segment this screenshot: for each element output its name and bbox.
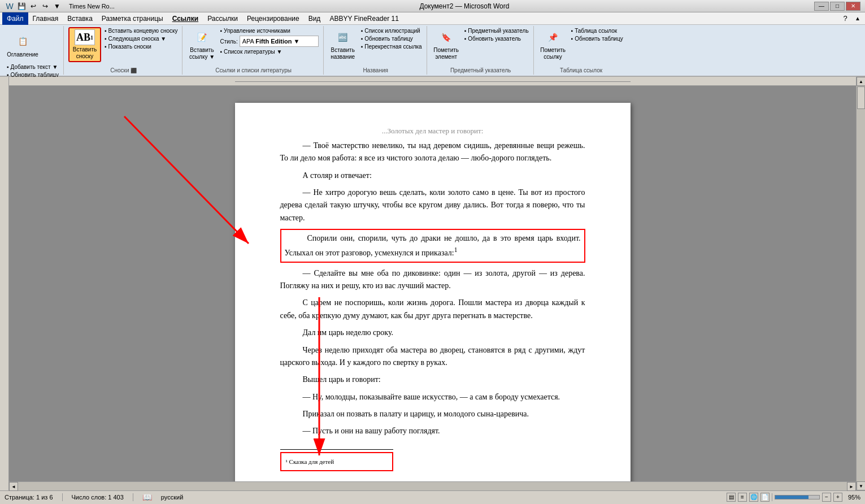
undo-button[interactable]: ↩ — [28, 1, 38, 11]
redo-button[interactable]: ↪ — [40, 1, 50, 11]
paragraph-11: — Пусть и они на вашу работу поглядят. — [280, 425, 585, 437]
ribbon-group-footnotes: АВ1 Вставитьсноску ▪ Вставить концевую с… — [65, 26, 182, 75]
manage-sources-button[interactable]: ▪ Управление источниками — [219, 27, 319, 34]
zoom-out-button[interactable]: − — [822, 493, 831, 502]
view-outline-button[interactable]: ≡ — [738, 493, 747, 502]
style-selector[interactable]: APA Fifth Edition ▼ — [240, 36, 319, 47]
quick-access-toolbar: W 💾 ↩ ↪ ▼ — [5, 1, 62, 11]
contents-label: Оглавление — [7, 51, 38, 58]
close-button[interactable]: ✕ — [846, 2, 860, 11]
menu-bar: Файл Главная Вставка Разметка страницы С… — [0, 12, 865, 25]
update-table2-icon: ▪ — [361, 36, 363, 42]
maximize-button[interactable]: □ — [830, 2, 845, 11]
next-footnote-button[interactable]: ▪ Следующая сноска ▼ — [103, 35, 179, 42]
view-web-button[interactable]: 🌐 — [749, 493, 758, 502]
insert-citation-button[interactable]: 📝 Вставитьссылку ▼ — [187, 27, 216, 62]
ribbon-content: 📋 Оглавление ▪ Добавить текст ▼ ▪ Обнови… — [0, 25, 865, 76]
cross-ref-icon: ▪ — [361, 44, 363, 50]
list-illus-icon: ▪ — [361, 28, 363, 34]
menu-insert[interactable]: Вставка — [63, 12, 97, 25]
menu-file[interactable]: Файл — [2, 12, 28, 25]
menu-page-layout[interactable]: Разметка страницы — [97, 12, 168, 25]
paragraph-3: — Не хитро дорогую вешь сделать, коли зо… — [280, 186, 585, 224]
index-small-group: ▪ Предметный указатель ▪ Обновить указат… — [463, 27, 530, 42]
vertical-ruler — [0, 77, 9, 490]
word-count: Число слов: 1 403 — [72, 494, 124, 501]
paragraph-0: ...Золотых дел мастер и говорит: — [280, 125, 585, 137]
insert-endnote-icon: ▪ — [105, 28, 107, 34]
status-bar: Страница: 1 из 6 Число слов: 1 403 📖 рус… — [0, 490, 865, 503]
paragraph-5: С царем не поспоришь, коли жизнь дорога.… — [280, 297, 585, 322]
menu-abbyy[interactable]: ABBYY FineReader 11 — [325, 12, 403, 25]
list-illustrations-button[interactable]: ▪ Список иллюстраций — [360, 27, 423, 34]
spell-check: 📖 — [142, 493, 152, 502]
horizontal-scrollbar[interactable]: ◄ ► — [9, 481, 856, 490]
insert-caption-button[interactable]: 🔤 Вставитьназвание — [328, 27, 358, 62]
ribbon-minimize-button[interactable]: ▲ — [853, 14, 863, 24]
menu-review[interactable]: Рецензирование — [242, 12, 304, 25]
paragraph-2: А столяр и отвечает: — [280, 170, 585, 182]
paragraph-10: Приказал он позвать в палату и царицу, и… — [280, 408, 585, 420]
view-normal-button[interactable]: ▤ — [727, 493, 736, 502]
spell-check-icon: 📖 — [142, 493, 152, 502]
ribbon-group-citations-table: 📌 Пометитьссылку ▪ Таблица ссылок ▪ Обно… — [535, 26, 628, 75]
zoom-in-button[interactable]: + — [833, 493, 842, 502]
ribbon-group-citations: 📝 Вставитьссылку ▼ ▪ Управление источник… — [184, 26, 323, 75]
group-label-footnotes: Сноски ⬛ — [68, 66, 179, 73]
page: ...Золотых дел мастер и говорит: — Твоё … — [235, 103, 631, 481]
ribbon-group-contents-items: 📋 Оглавление ▪ Добавить текст ▼ ▪ Обнови… — [6, 27, 60, 79]
ribbon-group-citations-table-items: 📌 Пометитьссылку ▪ Таблица ссылок ▪ Обно… — [538, 27, 624, 66]
mark-entry-label: Пометитьэлемент — [433, 47, 459, 60]
ribbon-group-contents: 📋 Оглавление ▪ Добавить текст ▼ ▪ Обнови… — [2, 26, 64, 75]
insert-endnote-button[interactable]: ▪ Вставить концевую сноску — [103, 27, 179, 34]
add-text-button[interactable]: ▪ Добавить текст ▼ — [6, 63, 60, 71]
paragraph-highlighted: Спорили они, спорили, чуть до драки не д… — [280, 229, 585, 262]
footnotes-small-group: ▪ Вставить концевую сноску ▪ Следующая с… — [103, 27, 179, 50]
update-index-button[interactable]: ▪ Обновить указатель — [463, 35, 530, 42]
style-dropdown-button[interactable]: Стиль: APA Fifth Edition ▼ — [219, 35, 319, 47]
save-button[interactable]: 💾 — [16, 1, 27, 11]
horizontal-ruler — [9, 77, 856, 86]
update-index-icon: ▪ — [464, 36, 467, 42]
contents-icon: 📋 — [14, 32, 32, 50]
window-title: Документ2 — Microsoft Word — [115, 2, 814, 10]
insert-citation-label: Вставитьссылку ▼ — [189, 47, 215, 60]
ribbon-group-index-items: 🔖 Пометитьэлемент ▪ Предметный указатель… — [432, 27, 530, 66]
view-reading-button[interactable]: 📄 — [760, 493, 770, 502]
contents-button[interactable]: 📋 Оглавление — [6, 27, 40, 62]
mark-entry-button[interactable]: 🔖 Пометитьэлемент — [432, 27, 461, 62]
customize-qat-button[interactable]: ▼ — [52, 1, 62, 11]
help-button[interactable]: ? — [840, 14, 850, 24]
document-text: ...Золотых дел мастер и говорит: — Твоё … — [280, 125, 585, 471]
mark-citation-button[interactable]: 📌 Пометитьссылку — [538, 27, 568, 62]
insert-footnote-button[interactable]: АВ1 Вставитьсноску — [68, 27, 101, 62]
vertical-scrollbar[interactable]: ▲ ▼ — [856, 77, 865, 490]
mark-citation-icon: 📌 — [544, 29, 562, 46]
cross-reference-button[interactable]: ▪ Перекрестная ссылка — [360, 43, 423, 50]
show-footnotes-button[interactable]: ▪ Показать сноски — [103, 43, 179, 50]
index-button[interactable]: ▪ Предметный указатель — [463, 27, 530, 34]
scroll-right-button[interactable]: ► — [847, 482, 856, 491]
zoom-bar — [775, 495, 820, 499]
scroll-left-button[interactable]: ◄ — [9, 482, 18, 491]
group-label-citations: Ссылки и списки литературы — [187, 66, 319, 73]
bibliography-button[interactable]: ▪ Список литературы ▼ — [219, 48, 319, 55]
update-citations-table-button[interactable]: ▪ Обновить таблицу — [570, 35, 624, 42]
zoom-controls: ▤ ≡ 🌐 📄 − + 95% — [727, 493, 860, 502]
scroll-thumb[interactable] — [857, 86, 865, 109]
menu-mailings[interactable]: Рассылки — [203, 12, 242, 25]
next-footnote-icon: ▪ — [105, 36, 107, 42]
menu-home[interactable]: Главная — [28, 12, 63, 25]
menu-view[interactable]: Вид — [304, 12, 325, 25]
scroll-up-button[interactable]: ▲ — [857, 77, 865, 86]
scroll-down-button[interactable]: ▼ — [857, 481, 865, 490]
update-table2-button[interactable]: ▪ Обновить таблицу — [360, 35, 423, 42]
citations-small-group: ▪ Управление источниками Стиль: APA Fift… — [219, 27, 319, 55]
manage-sources-icon: ▪ — [220, 28, 222, 34]
minimize-button[interactable]: — — [814, 2, 829, 11]
menu-references[interactable]: Ссылки — [168, 12, 203, 25]
group-label-citations-table: Таблица ссылок — [538, 66, 624, 73]
citations-table-button[interactable]: ▪ Таблица ссылок — [570, 27, 624, 34]
word-count-text: Число слов: 1 403 — [72, 494, 124, 501]
mark-citation-label: Пометитьссылку — [540, 47, 566, 60]
